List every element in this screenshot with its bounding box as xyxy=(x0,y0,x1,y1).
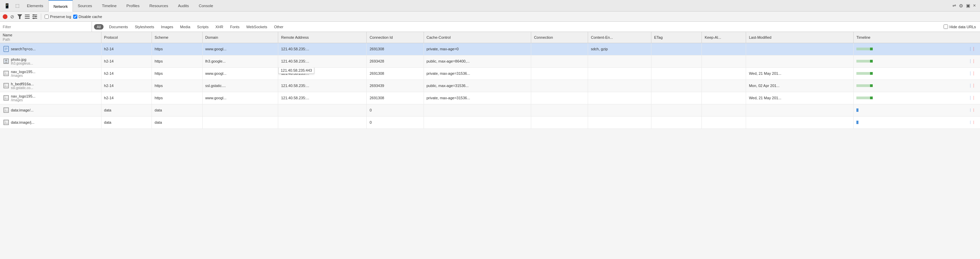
filter-xhr[interactable]: XHR xyxy=(212,22,226,32)
name-cell: data:image/... xyxy=(0,104,101,116)
table-row[interactable]: nav_logo195.../imagesh2-14httpswww.googl… xyxy=(0,67,980,79)
col-header-timeline[interactable]: Timeline xyxy=(854,32,980,43)
tab-audits[interactable]: Audits xyxy=(173,0,194,11)
name-cell: search?q=co... xyxy=(0,43,101,55)
col-header-remote[interactable]: Remote Address xyxy=(278,32,367,43)
record-button[interactable] xyxy=(3,14,8,19)
cell-protocol: h2-14 xyxy=(101,79,152,92)
svg-point-8 xyxy=(35,16,37,17)
settings-extra-button[interactable] xyxy=(32,14,37,19)
multiselect-button[interactable] xyxy=(24,14,30,19)
timeline-cell xyxy=(854,55,980,67)
cell-scheme: data xyxy=(152,104,203,116)
cell-remote_address xyxy=(278,116,367,128)
col-header-domain[interactable]: Domain xyxy=(202,32,278,43)
filter-toggle[interactable] xyxy=(17,14,22,19)
svg-point-18 xyxy=(5,72,6,73)
tab-profiles[interactable]: Profiles xyxy=(122,0,145,11)
ip-tooltip: 121.40.58.235:443 xyxy=(278,67,314,74)
svg-point-24 xyxy=(5,96,6,98)
filter-media[interactable]: Media xyxy=(177,22,194,32)
cell-remote_address: 121.40.58.235:... xyxy=(278,79,367,92)
tab-elements[interactable]: Elements xyxy=(22,0,48,11)
cell-connection_id: 2691308 xyxy=(367,67,423,79)
cell-domain: www.googl... xyxy=(202,92,278,104)
tab-console[interactable]: Console xyxy=(194,0,218,11)
cell-keep_alive xyxy=(702,43,746,55)
cell-scheme: https xyxy=(152,43,203,55)
filter-documents[interactable]: Documents xyxy=(105,22,131,32)
cell-protocol: h2-14 xyxy=(101,92,152,104)
settings-icon[interactable]: ⚙ xyxy=(959,3,963,8)
tab-sources[interactable]: Sources xyxy=(73,0,97,11)
table-row[interactable]: data:image/...datadata0 xyxy=(0,104,980,116)
svg-marker-0 xyxy=(18,14,22,19)
col-header-etag[interactable]: ETag xyxy=(651,32,702,43)
cell-connection xyxy=(531,104,588,116)
cell-cache_control xyxy=(423,116,531,128)
cell-cache_control: public, max-age=86400,... xyxy=(423,55,531,67)
filter-fonts[interactable]: Fonts xyxy=(227,22,243,32)
table-row[interactable]: photo.jpglh3.googleus...h2-14httpslh3.go… xyxy=(0,55,980,67)
table-body: search?q=co...h2-14httpswww.googl...121.… xyxy=(0,43,980,128)
col-header-lastmod[interactable]: Last-Modified xyxy=(746,32,854,43)
tab-timeline[interactable]: Timeline xyxy=(97,0,122,11)
cell-scheme: data xyxy=(152,116,203,128)
doc-icon xyxy=(3,46,10,52)
disable-cache-label[interactable]: Disable cache xyxy=(73,14,102,19)
hide-data-urls-label[interactable]: Hide data URLs xyxy=(943,24,980,29)
cell-cache_control: private, max-age=0 xyxy=(423,43,531,55)
col-header-keepal[interactable]: Keep-Al... xyxy=(702,32,746,43)
col-header-connid[interactable]: Connection Id xyxy=(367,32,423,43)
close-icon[interactable]: ✕ xyxy=(973,3,976,8)
cell-remote_address xyxy=(278,104,367,116)
filter-images[interactable]: Images xyxy=(158,22,177,32)
cell-keep_alive xyxy=(702,92,746,104)
table-row[interactable]: data:image/j...datadata0 xyxy=(0,116,980,128)
name-cell: data:image/j... xyxy=(0,116,101,128)
person-icon xyxy=(3,58,10,65)
clear-button[interactable]: ⊘ xyxy=(10,14,15,19)
cell-connection xyxy=(531,79,588,92)
table-row[interactable]: search?q=co...h2-14httpswww.googl...121.… xyxy=(0,43,980,55)
cell-protocol: h2-14 xyxy=(101,67,152,79)
network-toolbar: ⊘ Preserve log Disable cache xyxy=(0,11,980,22)
filter-input[interactable] xyxy=(0,22,92,32)
tab-resources[interactable]: Resources xyxy=(145,0,173,11)
col-header-cache[interactable]: Cache-Control xyxy=(423,32,531,43)
inspect-icon[interactable]: ⬚ xyxy=(13,3,22,8)
disable-cache-checkbox[interactable] xyxy=(73,14,77,19)
svg-point-27 xyxy=(5,109,6,110)
preserve-log-label[interactable]: Preserve log xyxy=(45,14,71,19)
timeline-cell xyxy=(854,67,980,79)
cell-connection xyxy=(531,92,588,104)
remote-connections-icon[interactable]: ⇌ xyxy=(952,3,956,8)
cell-etag xyxy=(651,92,702,104)
col-header-connection[interactable]: Connection xyxy=(531,32,588,43)
filter-all-button[interactable]: All xyxy=(94,24,103,30)
image-icon xyxy=(3,70,10,77)
table-row[interactable]: h_bedf916a...ssl.gstatic.co...h2-14https… xyxy=(0,79,980,92)
cell-etag xyxy=(651,43,702,55)
table-row[interactable]: nav_logo195.../imagesh2-14httpswww.googl… xyxy=(0,92,980,104)
mobile-icon[interactable]: 📱 xyxy=(2,3,13,8)
hide-data-urls-checkbox[interactable] xyxy=(943,24,948,29)
cell-connection_id: 2693428 xyxy=(367,55,423,67)
svg-rect-17 xyxy=(4,71,8,76)
filter-stylesheets[interactable]: Stylesheets xyxy=(131,22,158,32)
name-cell: h_bedf916a...ssl.gstatic.co... xyxy=(0,79,101,92)
image-icon xyxy=(3,107,10,114)
tab-network[interactable]: Network xyxy=(48,0,73,11)
filter-websockets[interactable]: WebSockets xyxy=(243,22,271,32)
col-header-protocol[interactable]: Protocol xyxy=(101,32,152,43)
col-header-scheme[interactable]: Scheme xyxy=(152,32,203,43)
svg-point-15 xyxy=(5,60,7,62)
col-header-name[interactable]: NamePath xyxy=(0,32,101,43)
dock-icon[interactable]: ▣ xyxy=(966,3,970,8)
col-header-content-en[interactable]: Content-En... xyxy=(588,32,651,43)
filter-scripts[interactable]: Scripts xyxy=(194,22,212,32)
cell-content_encoding xyxy=(588,55,651,67)
preserve-log-checkbox[interactable] xyxy=(45,14,49,19)
table-header-row: NamePath Protocol Scheme Domain Remote A… xyxy=(0,32,980,43)
filter-other[interactable]: Other xyxy=(271,22,287,32)
